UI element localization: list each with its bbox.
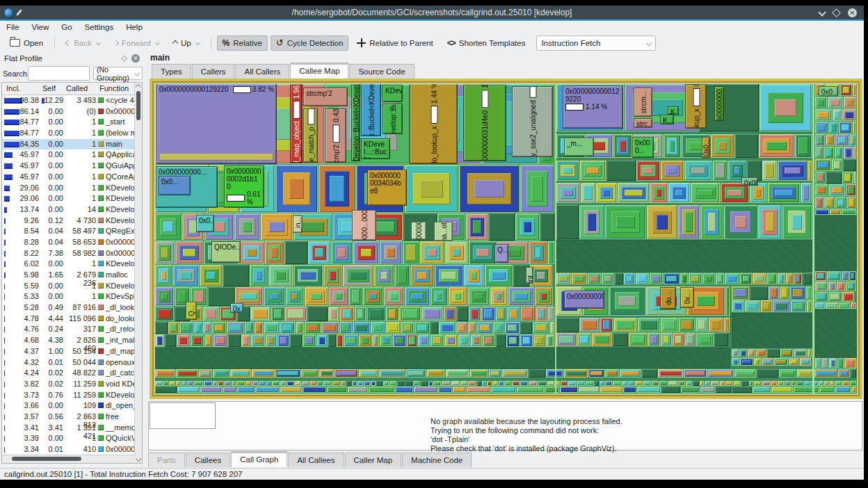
treemap-tile[interactable] [327,387,347,393]
treemap-tile[interactable] [446,369,469,377]
treemap-tile[interactable] [842,172,853,184]
treemap-tile[interactable] [556,318,579,332]
treemap-tile[interactable] [175,241,203,264]
cycle-detection-toggle[interactable]: ↺ Cycle Detection [271,35,348,51]
treemap-tile[interactable] [301,369,319,377]
maximize-icon[interactable] [832,8,841,17]
treemap-tile[interactable] [471,334,482,347]
treemap-tile[interactable] [767,273,777,284]
treemap-tile[interactable] [303,387,326,393]
treemap-tile[interactable] [259,381,266,386]
treemap-tile[interactable] [754,381,762,386]
scroll-up-icon[interactable] [136,84,141,90]
graph-birdseye-view[interactable] [150,402,216,429]
table-row[interactable]: 5.981.652 679 236malloc [2,270,135,281]
treemap-tile[interactable] [280,387,302,393]
treemap-tile[interactable] [323,265,342,286]
treemap-tile[interactable] [606,161,636,181]
menu-help[interactable]: Help [120,21,149,33]
treemap-tile[interactable] [204,334,213,347]
treemap-tile[interactable] [815,282,828,291]
treemap-tile[interactable] [357,381,363,386]
treemap-tile[interactable] [840,84,852,96]
treemap-tile[interactable] [295,381,301,386]
treemap-tile[interactable] [794,273,802,284]
treemap-tile[interactable] [363,287,383,306]
treemap-tile[interactable] [843,159,856,171]
table-row[interactable]: 29.060.001KDevelop:: [2,193,135,204]
treemap-tile[interactable] [819,381,823,386]
treemap-tile[interactable] [724,318,730,332]
treemap-tile[interactable] [807,349,812,357]
treemap-block[interactable]: KDevelop::Bucket<KDevelop::Qu... [361,83,381,136]
treemap-block[interactable]: 0x00000000... [564,291,604,309]
treemap-block[interactable]: 0x... [230,303,243,313]
treemap-tile[interactable] [264,287,285,306]
treemap-tile[interactable] [252,369,275,377]
treemap-tile[interactable] [228,334,241,347]
treemap-tile[interactable] [469,307,481,321]
treemap-tile[interactable] [384,287,404,306]
treemap-tile[interactable] [442,381,451,386]
treemap-tile[interactable] [691,183,720,203]
table-row[interactable]: 5.280.4987 916_dl_lookup [2,302,135,314]
treemap-tile[interactable] [223,265,249,286]
scroll-down-icon[interactable] [136,456,141,462]
treemap-empty-area[interactable] [155,348,555,369]
treemap-tile[interactable] [520,165,554,213]
treemap-tile[interactable] [800,358,811,366]
treemap-tile[interactable] [239,241,264,264]
treemap-tile[interactable] [426,369,445,377]
treemap-tile[interactable] [328,307,339,321]
treemap-tile[interactable] [806,286,812,300]
tab-source-code[interactable]: Source Code [349,64,414,79]
float-dock-icon[interactable]: ◇ [122,54,127,63]
treemap-tile[interactable] [287,381,294,386]
treemap-tile[interactable] [232,381,236,386]
treemap-tile[interactable] [477,322,492,334]
treemap-tile[interactable] [403,241,419,264]
treemap-tile[interactable] [155,307,174,321]
treemap-tile[interactable] [237,387,255,393]
treemap-tile[interactable] [383,381,389,386]
treemap-tile[interactable] [556,161,579,181]
treemap-tile[interactable] [581,183,595,203]
treemap-tile[interactable] [844,147,853,158]
treemap-tile[interactable] [668,381,677,386]
treemap-tile[interactable] [546,334,554,347]
treemap-tile[interactable] [814,369,837,377]
treemap-tile[interactable] [492,381,498,386]
treemap-block[interactable]: QIODe... [211,241,241,263]
treemap-tile[interactable] [469,369,488,377]
treemap-block[interactable]: 0x0... [702,137,710,158]
treemap-tile[interactable] [756,349,766,357]
treemap-tile[interactable] [194,322,202,334]
treemap-tile[interactable] [332,381,340,386]
tab-callee-map[interactable]: Callee Map [290,63,348,79]
treemap-tile[interactable] [401,322,414,334]
treemap-tile[interactable] [815,159,831,171]
treemap-tile[interactable] [815,271,826,281]
up-button[interactable]: Up [168,35,205,51]
treemap-tile[interactable] [344,334,358,347]
treemap-empty-area[interactable] [556,348,730,368]
treemap-tile[interactable] [489,213,515,241]
treemap-block[interactable]: do... [660,287,676,309]
treemap-tile[interactable] [824,197,835,209]
treemap-tile[interactable] [369,387,394,393]
table-row[interactable]: 45.970.001QGuiApplic [2,161,135,172]
treemap-tile[interactable] [236,381,245,386]
treemap-tile[interactable] [349,287,362,306]
treemap-tile[interactable] [200,265,223,286]
dock-close-icon[interactable]: ✕ [131,54,140,63]
treemap-tile[interactable] [520,381,528,386]
table-row[interactable]: 3.390.001QQuickVie [2,433,135,444]
treemap-tile[interactable] [481,307,495,321]
treemap-block[interactable]: KDevelop::Buc... [383,104,403,134]
treemap-tile[interactable] [395,387,413,393]
treemap-tile[interactable] [826,172,842,184]
table-row[interactable]: 3.340.014100x0000000 [2,444,135,455]
treemap-tile[interactable] [774,358,788,366]
treemap-tile[interactable] [609,286,645,316]
treemap-tile[interactable] [556,183,580,203]
